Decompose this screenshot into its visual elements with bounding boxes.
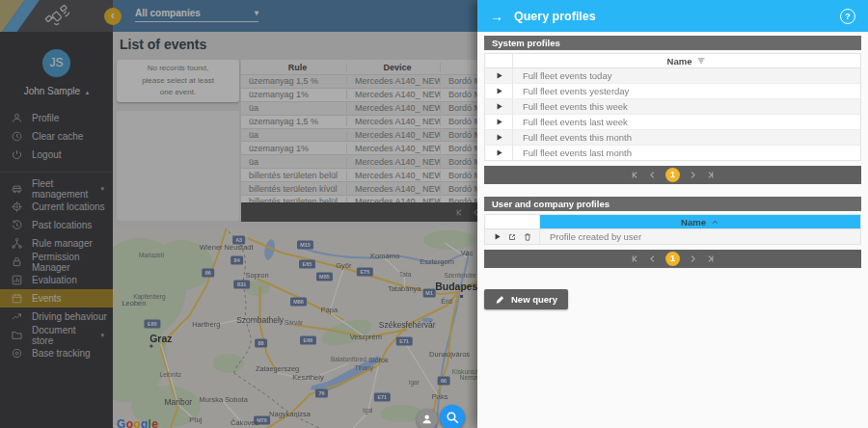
current-page-badge[interactable]: 1 xyxy=(665,168,680,182)
profile-name: Profile created by user xyxy=(540,229,860,244)
actions-column-header xyxy=(485,215,540,228)
open-in-new-icon[interactable] xyxy=(507,232,517,242)
profile-row-actions xyxy=(485,68,513,83)
person-icon xyxy=(420,412,434,426)
run-profile-icon[interactable] xyxy=(495,87,503,95)
user-profiles-pagination: 1 xyxy=(484,250,861,268)
profile-row-actions xyxy=(485,99,513,114)
profile-row-actions xyxy=(485,115,513,129)
profile-name: Full fleet events last week xyxy=(513,115,860,129)
system-profiles-table-header: Name xyxy=(485,54,860,68)
prev-page-icon[interactable] xyxy=(648,171,657,179)
profile-row-actions xyxy=(485,84,513,98)
run-profile-icon[interactable] xyxy=(495,118,503,126)
arrow-right-icon[interactable]: → xyxy=(490,9,503,24)
app: All companies ▾ JS John Sample ▴ Prof xyxy=(0,0,868,428)
new-query-label: New query xyxy=(511,294,557,305)
next-page-icon[interactable] xyxy=(689,171,697,179)
query-profiles-panel: → Query profiles ? System profiles Name … xyxy=(477,0,868,428)
profile-name: Full fleet events yesterday xyxy=(513,84,860,98)
name-header-label: Name xyxy=(681,217,706,227)
profile-row[interactable]: Full fleet events today xyxy=(485,68,860,84)
first-page-icon[interactable] xyxy=(631,254,639,263)
run-profile-icon[interactable] xyxy=(495,71,503,80)
delete-icon[interactable] xyxy=(523,232,532,242)
user-profiles-rows: Profile created by user xyxy=(485,229,860,244)
profile-row[interactable]: Full fleet events last week xyxy=(485,115,860,130)
pencil-icon xyxy=(495,295,504,305)
panel-title: Query profiles xyxy=(514,10,596,23)
user-profiles-table-header: Name xyxy=(485,215,860,229)
next-page-icon[interactable] xyxy=(689,254,697,263)
system-profiles-pagination: 1 xyxy=(484,166,861,184)
current-page-badge[interactable]: 1 xyxy=(665,252,680,266)
profile-name: Full fleet events today xyxy=(513,68,860,83)
run-profile-icon[interactable] xyxy=(495,148,503,157)
help-icon[interactable]: ? xyxy=(840,9,855,24)
system-profiles-rows: Full fleet events todayFull fleet events… xyxy=(485,68,860,160)
expand-column-header xyxy=(485,54,513,67)
sort-icon xyxy=(696,56,706,66)
last-page-icon[interactable] xyxy=(706,171,715,179)
modal-dim-overlay[interactable] xyxy=(0,0,477,428)
system-profiles-header: System profiles xyxy=(484,36,861,50)
profile-row[interactable]: Full fleet events this week xyxy=(485,99,860,115)
run-profile-icon[interactable] xyxy=(495,133,503,142)
profile-row[interactable]: Full fleet events yesterday xyxy=(485,84,860,99)
profile-row-actions xyxy=(485,130,513,145)
last-page-icon[interactable] xyxy=(706,254,715,263)
locate-user-button[interactable] xyxy=(417,409,438,428)
profile-row[interactable]: Profile created by user xyxy=(485,229,860,244)
profile-row-actions xyxy=(485,146,513,160)
new-query-button[interactable]: New query xyxy=(484,289,568,309)
sort-asc-icon xyxy=(711,218,719,227)
profile-name: Full fleet events this week xyxy=(513,99,860,114)
map-buttons xyxy=(417,405,465,428)
profile-name: Full fleet events this month xyxy=(513,130,860,145)
run-profile-icon[interactable] xyxy=(495,102,503,111)
profile-row-actions xyxy=(485,229,540,244)
name-header-label: Name xyxy=(667,56,692,67)
name-column-header[interactable]: Name xyxy=(540,215,860,228)
user-profiles-header: User and company profiles xyxy=(484,197,861,211)
name-column-header[interactable]: Name xyxy=(513,54,860,67)
prev-page-icon[interactable] xyxy=(648,254,657,263)
panel-header: → Query profiles ? xyxy=(477,0,868,32)
search-icon xyxy=(444,409,461,426)
profile-row[interactable]: Full fleet events last month xyxy=(485,146,860,160)
run-profile-icon[interactable] xyxy=(493,232,502,241)
panel-body: System profiles Name Full fleet events t… xyxy=(477,32,868,313)
user-profiles-table: Name Profile created by user xyxy=(484,214,861,245)
profile-row[interactable]: Full fleet events this month xyxy=(485,130,860,146)
profile-name: Full fleet events last month xyxy=(513,146,860,160)
system-profiles-table: Name Full fleet events todayFull fleet e… xyxy=(484,53,861,161)
first-page-icon[interactable] xyxy=(631,171,639,179)
map-search-button[interactable] xyxy=(440,405,465,428)
